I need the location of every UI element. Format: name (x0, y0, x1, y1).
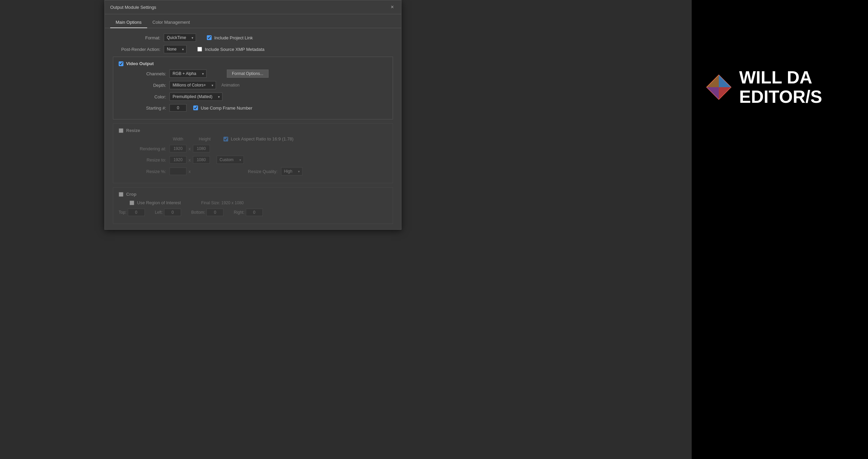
lock-aspect-row: Lock Aspect Ratio to 16:9 (1.78) (223, 136, 294, 141)
include-xmp-checkbox[interactable] (197, 47, 202, 52)
color-select-wrapper[interactable]: Premultiplied (Matted) (170, 93, 222, 101)
right-label: Right: (234, 210, 244, 215)
video-output-header: Video Output (119, 61, 387, 66)
channels-label: Channels: (119, 71, 166, 76)
brand-text: WILL DA EDITOR/S (739, 68, 822, 107)
starting-hash-row: Starting #: 0 Use Comp Frame Number (119, 104, 387, 112)
top-value[interactable]: 0 (128, 209, 145, 216)
format-row: Format: QuickTime Include Project Link (113, 34, 393, 42)
dialog-body: Format: QuickTime Include Project Link P… (105, 28, 401, 229)
resize-pct-label: Resize %: (119, 169, 166, 174)
resize-to-x-sep: x (189, 157, 191, 162)
dialog-title: Output Module Settings (110, 5, 156, 10)
width-height-header-row: Width Height Lock Aspect Ratio to 16:9 (… (119, 136, 387, 141)
bottom-label: Bottom: (191, 210, 205, 215)
rendering-at-height: 1080 (193, 145, 210, 152)
resize-to-dropdown-wrapper[interactable]: Custom (217, 156, 244, 164)
depth-select[interactable]: Millions of Colors+ (170, 81, 216, 89)
animation-label: Animation (221, 83, 239, 88)
resize-header: Resize (119, 128, 387, 133)
crop-values-row: Top: 0 Left: 0 Bottom: 0 Right: 0 (119, 209, 387, 216)
crop-checkbox[interactable] (119, 192, 123, 197)
channels-select-wrapper[interactable]: RGB + Alpha (170, 70, 206, 78)
post-render-select-wrapper[interactable]: None (164, 45, 186, 53)
format-select[interactable]: QuickTime (164, 34, 196, 42)
use-comp-frame-number-checkbox[interactable] (193, 106, 198, 110)
right-value[interactable]: 0 (246, 209, 263, 216)
tab-main-options[interactable]: Main Options (110, 17, 147, 28)
height-col-header: Height (196, 137, 213, 141)
post-render-label: Post-Render Action: (113, 47, 160, 52)
channels-select[interactable]: RGB + Alpha (170, 70, 206, 78)
resize-checkbox[interactable] (119, 128, 123, 133)
use-region-of-interest-label[interactable]: Use Region of Interest (137, 200, 181, 205)
resize-quality-wrapper[interactable]: High (281, 167, 302, 175)
crop-label[interactable]: Crop (126, 192, 136, 197)
depth-row: Depth: Millions of Colors+ Animation (119, 81, 387, 89)
right-options-2: Include Source XMP Metadata (197, 47, 264, 52)
video-output-label[interactable]: Video Output (126, 61, 154, 66)
channels-row: Channels: RGB + Alpha Format Options... (119, 70, 387, 78)
crop-section: Crop Use Region of Interest Final Size: … (113, 187, 393, 224)
format-label: Format: (113, 35, 160, 40)
resize-pct-x-sep: x (189, 169, 191, 174)
video-output-section: Video Output Channels: RGB + Alpha Forma… (113, 57, 393, 119)
x-spacer (189, 137, 194, 141)
right-options: Include Project Link (207, 35, 253, 40)
resize-to-dropdown-select[interactable]: Custom (217, 156, 244, 164)
tab-color-management[interactable]: Color Management (147, 17, 196, 28)
format-select-wrapper[interactable]: QuickTime (164, 34, 196, 42)
resize-label[interactable]: Resize (126, 128, 140, 133)
include-project-link-checkbox[interactable] (207, 35, 212, 40)
width-col-header: Width (170, 137, 186, 141)
color-label: Color: (119, 94, 166, 99)
resize-to-width: 1920 (170, 156, 186, 164)
starting-hash-value[interactable]: 0 (170, 104, 186, 112)
include-xmp-row: Include Source XMP Metadata (197, 47, 264, 52)
resize-section: Resize Width Height Lock Aspect Ratio to… (113, 123, 393, 183)
lock-aspect-checkbox[interactable] (223, 137, 228, 141)
post-render-select[interactable]: None (164, 45, 186, 53)
starting-hash-label: Starting #: (119, 106, 166, 111)
resize-quality-label: Resize Quality: (230, 169, 278, 174)
include-xmp-label[interactable]: Include Source XMP Metadata (205, 47, 264, 52)
final-size-label: Final Size: 1920 x 1080 (201, 200, 243, 205)
video-output-checkbox[interactable] (119, 61, 123, 66)
depth-select-wrapper[interactable]: Millions of Colors+ (170, 81, 216, 89)
resize-to-height: 1080 (193, 156, 210, 164)
dialog-window: Output Module Settings × Main Options Co… (104, 0, 401, 230)
brand-logo (705, 74, 732, 101)
depth-label: Depth: (119, 83, 166, 88)
include-project-link-label[interactable]: Include Project Link (214, 35, 253, 40)
left-label: Left: (155, 210, 163, 215)
resize-quality-select[interactable]: High (281, 167, 302, 175)
crop-header: Crop (119, 192, 387, 197)
color-select[interactable]: Premultiplied (Matted) (170, 93, 222, 101)
resize-pct-w-val (170, 168, 186, 175)
use-region-of-interest-checkbox[interactable] (130, 200, 134, 205)
resize-to-row: Resize to: 1920 x 1080 Custom (119, 156, 387, 164)
close-button[interactable]: × (389, 4, 396, 11)
rendering-at-x-sep: x (189, 146, 191, 151)
resize-pct-row: Resize %: x Resize Quality: High (119, 167, 387, 175)
rendering-at-label: Rendering at: (119, 146, 166, 151)
include-project-link-row: Include Project Link (207, 35, 253, 40)
use-roi-checkbox-row: Use Region of Interest (130, 200, 181, 205)
lock-aspect-label[interactable]: Lock Aspect Ratio to 16:9 (1.78) (231, 136, 294, 141)
resize-to-label: Resize to: (119, 157, 166, 162)
title-bar: Output Module Settings × (105, 0, 401, 14)
top-label: Top: (119, 210, 126, 215)
tab-bar: Main Options Color Management (105, 14, 401, 28)
rendering-at-width: 1920 (170, 145, 186, 152)
format-options-button[interactable]: Format Options... (227, 70, 269, 78)
color-row: Color: Premultiplied (Matted) (119, 93, 387, 101)
use-roi-row: Use Region of Interest Final Size: 1920 … (119, 200, 387, 205)
bottom-value[interactable]: 0 (206, 209, 223, 216)
left-value[interactable]: 0 (164, 209, 181, 216)
rendering-at-row: Rendering at: 1920 x 1080 (119, 145, 387, 152)
use-comp-frame-number-row: Use Comp Frame Number (193, 106, 252, 111)
post-render-row: Post-Render Action: None Include Source … (113, 45, 393, 53)
use-comp-frame-number-label[interactable]: Use Comp Frame Number (201, 106, 252, 111)
